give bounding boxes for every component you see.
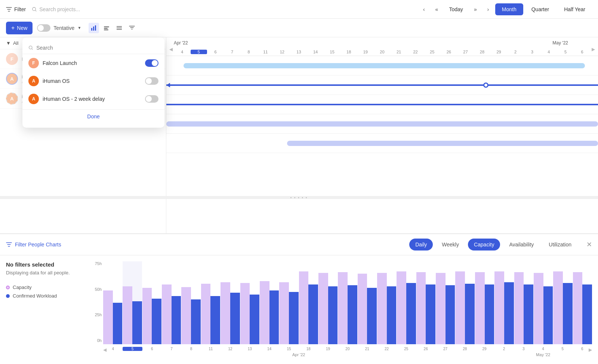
- filter-people-label: Filter People Charts: [15, 242, 61, 248]
- y-axis: 0h 25h 50h 75h: [88, 261, 102, 344]
- cap-bar-24: [573, 272, 583, 344]
- ihuman-dropdown-avatar: A: [28, 76, 39, 86]
- plus-icon: +: [11, 25, 15, 31]
- falcon-bar: [184, 63, 585, 68]
- dropdown-search-icon: [28, 45, 33, 50]
- svg-rect-2: [91, 28, 92, 31]
- drag-dots: • • • • •: [290, 196, 308, 200]
- filter-view-button[interactable]: [127, 23, 137, 33]
- done-button-row: Done: [22, 109, 164, 123]
- bar-chart-icon: [91, 25, 97, 31]
- tentative-label: Tentative: [53, 25, 74, 31]
- x-date-6: 12: [221, 347, 240, 351]
- drag-handle[interactable]: • • • • •: [0, 196, 598, 199]
- cap-bar-1: [123, 286, 132, 344]
- close-bottom-button[interactable]: ✕: [586, 240, 592, 249]
- view-quarter-button[interactable]: Quarter: [525, 3, 556, 15]
- conf-bar-13: [367, 288, 377, 344]
- conf-bar-5: [210, 296, 220, 344]
- falcon-dropdown-avatar: F: [28, 58, 39, 68]
- bottom-header: Filter People Charts Daily Weekly Capaci…: [0, 234, 598, 255]
- cap-bar-3: [162, 284, 172, 344]
- x-date-22: 4: [533, 347, 553, 351]
- conf-bar-3: [172, 296, 181, 344]
- ihuman-bar: [166, 84, 598, 86]
- cap-bar-13: [358, 274, 367, 344]
- tentative-dropdown-arrow[interactable]: ▼: [77, 26, 81, 30]
- x-date-2: 6: [142, 347, 162, 351]
- confirmed-dot: [6, 294, 10, 298]
- bar-group-20: [494, 261, 514, 344]
- filter-people-button[interactable]: Filter People Charts: [6, 242, 61, 248]
- cap-bar-0: [103, 290, 113, 344]
- view-month-button[interactable]: Month: [495, 3, 523, 15]
- nav-next-button[interactable]: ›: [483, 4, 494, 15]
- tab-utilization[interactable]: Utilization: [543, 239, 577, 251]
- bar-chart-view-button[interactable]: [89, 23, 99, 33]
- svg-line-12: [32, 49, 33, 49]
- gantt-nav-right[interactable]: ▶: [592, 47, 595, 52]
- new-button[interactable]: + New: [6, 22, 33, 34]
- x-date-20: 2: [494, 347, 514, 351]
- bar-group-13: [358, 261, 377, 344]
- toolbar: + New Tentative ▼: [0, 19, 598, 37]
- ihuman2-dropdown-toggle[interactable]: [145, 95, 158, 103]
- gantt-area: Apr '22 May '22 ◀ ▶ 4 5 6 7 8 11 12 13 1…: [166, 37, 598, 233]
- today-button[interactable]: Today: [444, 4, 468, 15]
- tentative-toggle[interactable]: Tentative ▼: [37, 24, 81, 32]
- view-halfyear-button[interactable]: Half Year: [557, 3, 592, 15]
- dropdown-item-falcon[interactable]: F Falcon Launch: [22, 54, 164, 72]
- chart-nav-right[interactable]: ▶: [589, 347, 592, 352]
- conf-bar-12: [348, 285, 357, 344]
- dropdown-item-ihuman2[interactable]: A iHuman OS - 2 week delay: [22, 90, 164, 108]
- svg-rect-9: [117, 28, 122, 28]
- gantt-nav-left[interactable]: ◀: [169, 47, 173, 52]
- nav-prev-button[interactable]: ‹: [418, 4, 429, 15]
- nav-next-fast-button[interactable]: »: [470, 4, 481, 15]
- x-date-5: 11: [201, 347, 221, 351]
- conf-bar-8: [269, 290, 279, 344]
- chart-nav-left[interactable]: ◀: [103, 347, 107, 352]
- bar-group-14: [377, 261, 396, 344]
- search-box[interactable]: Search projects...: [32, 6, 412, 12]
- dropdown-search-input[interactable]: [36, 45, 158, 51]
- bar-group-21: [514, 261, 533, 344]
- dropdown-item-ihuman[interactable]: A iHuman OS: [22, 72, 164, 90]
- done-button[interactable]: Done: [87, 113, 99, 119]
- list-view-button[interactable]: [114, 23, 124, 33]
- bar-group-0: [103, 261, 122, 344]
- bar-group-12: [338, 261, 357, 344]
- x-date-9: 15: [279, 347, 299, 351]
- all-label: All: [13, 40, 18, 46]
- cap-bar-5: [201, 284, 211, 344]
- tab-weekly[interactable]: Weekly: [436, 239, 465, 251]
- x-date-7: 13: [240, 347, 259, 351]
- y-0: 0h: [88, 338, 102, 343]
- x-date-18: 28: [455, 347, 475, 351]
- tab-daily[interactable]: Daily: [409, 239, 433, 251]
- chart-legend-left: No filters selected Displaying data for …: [6, 261, 88, 358]
- cap-bar-23: [553, 271, 563, 344]
- search-icon: [32, 7, 37, 12]
- filter-button[interactable]: Filter: [6, 6, 26, 12]
- nav-prev-fast-button[interactable]: «: [431, 4, 442, 15]
- tab-availability[interactable]: Availability: [503, 239, 540, 251]
- bar-group-19: [475, 261, 494, 344]
- tentative-switch[interactable]: [37, 24, 50, 32]
- falcon-dropdown-toggle[interactable]: [145, 59, 158, 67]
- y-25: 25h: [88, 312, 102, 317]
- date-4: 4: [174, 50, 191, 54]
- dropdown-search-row: [22, 42, 164, 54]
- timeline-view-button[interactable]: [101, 23, 112, 33]
- ihuman2-avatar: A: [6, 93, 18, 105]
- bars-wrapper: [103, 261, 592, 344]
- x-date-19: 29: [475, 347, 494, 351]
- tab-capacity[interactable]: Capacity: [468, 239, 500, 251]
- conf-bar-17: [446, 285, 455, 344]
- new-label: New: [17, 25, 27, 31]
- y-50: 50h: [88, 287, 102, 292]
- confirmed-label: Confirmed Workload: [13, 293, 57, 299]
- bar-group-23: [553, 261, 572, 344]
- ihuman-dropdown-toggle[interactable]: [145, 77, 158, 85]
- conf-bar-6: [230, 293, 240, 344]
